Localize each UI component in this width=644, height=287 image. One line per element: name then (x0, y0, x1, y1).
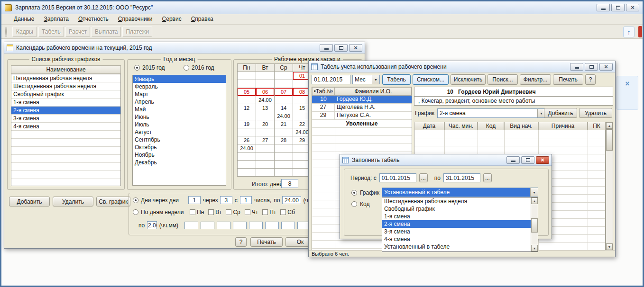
scrollbar-thumb[interactable] (606, 129, 613, 151)
month-item[interactable]: Октябрь (133, 144, 226, 151)
month-item[interactable]: Март (133, 90, 226, 98)
delete-record-button[interactable]: Удалить (579, 108, 612, 118)
radio-weekday-pattern[interactable] (133, 209, 138, 215)
menu-item-servis[interactable]: Сервис (157, 14, 186, 24)
hours-cell[interactable] (238, 80, 256, 88)
employee-number-header[interactable]: •Таб.№ (312, 87, 335, 96)
hours-cell[interactable] (256, 144, 275, 152)
minimize-button[interactable] (320, 44, 333, 52)
schedule-item[interactable]: Пятидневная рабочая неделя (11, 74, 120, 82)
dropdown-item[interactable]: Шестидневная рабочая неделя (382, 197, 531, 205)
year-2015-option[interactable]: 2015 год (134, 64, 165, 71)
radio-year-2016[interactable] (184, 65, 189, 71)
schedule-item[interactable]: 4-я смена (11, 123, 120, 131)
toolbar-button-vyplata[interactable]: Выплата (92, 27, 121, 37)
schedule-item[interactable]: 3-я смена (11, 115, 120, 123)
print-button[interactable]: Печать (553, 74, 583, 85)
employee-name-header[interactable]: Фамилия И.О. (335, 87, 412, 96)
scroll-up-icon[interactable] (606, 122, 613, 129)
period-from-picker-button[interactable]: ... (419, 173, 428, 182)
maximize-button[interactable] (521, 156, 534, 164)
checkbox-mon[interactable] (190, 209, 195, 215)
scroll-up-button[interactable] (623, 27, 635, 37)
col-pk[interactable]: ПК (588, 122, 606, 130)
hours-per-shift-field[interactable]: 24.00 (282, 196, 301, 204)
free-schedule-button[interactable]: Св. график (96, 197, 130, 206)
date-cell-holiday[interactable]: 07 (275, 88, 293, 96)
hours-cell[interactable] (256, 112, 275, 120)
date-cell[interactable] (275, 72, 293, 80)
maximize-button[interactable] (585, 63, 598, 71)
period-from-field[interactable]: 01.01.2015 (379, 173, 416, 182)
hours-cell[interactable] (238, 128, 256, 136)
month-item[interactable]: Апрель (133, 98, 226, 106)
close-button[interactable] (599, 63, 613, 71)
dropdown-item[interactable]: 1-я смена (382, 213, 531, 220)
minimize-button[interactable] (506, 156, 520, 164)
toolbar-button-raschet[interactable]: Расчет (65, 27, 90, 37)
help-button[interactable]: ? (585, 74, 596, 85)
checkbox-thu[interactable] (245, 209, 250, 215)
day-hours-field[interactable] (201, 222, 214, 229)
day-hours-field[interactable] (184, 222, 198, 229)
menu-item-otchetnost[interactable]: Отчетность (74, 14, 113, 24)
chevron-down-icon[interactable] (372, 75, 379, 84)
tabel-button[interactable]: Табель (382, 74, 411, 85)
schedule-item[interactable]: Шестидневная рабочая неделя (11, 82, 120, 90)
hours-cell[interactable]: 24.00 (238, 144, 256, 152)
col-hours[interactable]: Час. мин. (444, 122, 478, 130)
dropdown-item-selected[interactable]: 2-я смена (382, 220, 531, 228)
period-combobox[interactable]: Мес (352, 75, 380, 84)
month-item[interactable]: Август (133, 128, 226, 136)
col-code[interactable]: Код (478, 122, 504, 130)
date-cell[interactable]: 14 (275, 104, 293, 112)
month-item[interactable]: Июль (133, 121, 226, 128)
date-cell[interactable] (238, 72, 256, 80)
date-cell[interactable]: 28 (275, 136, 293, 144)
checkbox-fri[interactable] (262, 209, 268, 215)
month-item-selected[interactable]: Январь (133, 75, 226, 83)
dropdown-item[interactable]: 4-я смена (382, 235, 531, 243)
hours-cell[interactable] (275, 80, 293, 88)
days-off-field[interactable]: 3 (220, 196, 232, 204)
add-record-button[interactable]: Добавить (544, 108, 577, 118)
schedule-item[interactable]: Свободный график (11, 90, 120, 99)
date-cell-holiday[interactable]: 05 (238, 88, 256, 96)
employee-row[interactable]: 29 Петухов С.А. (312, 112, 412, 120)
maximize-button[interactable] (334, 44, 348, 52)
radio-days-pattern[interactable] (133, 197, 138, 203)
employee-row-selected[interactable]: 10 Гордеев Ю.Д. (312, 96, 412, 104)
schedule-fill-combobox[interactable]: Установленный в табеле (382, 188, 538, 197)
scrollbar-thumb[interactable] (531, 218, 538, 233)
hours-cell[interactable] (256, 128, 275, 136)
period-to-picker-button[interactable]: ... (483, 173, 492, 182)
minimize-button[interactable] (570, 63, 583, 71)
delete-schedule-button[interactable]: Удалить (53, 197, 93, 206)
date-cell[interactable] (256, 72, 275, 80)
day-hours-field[interactable] (233, 222, 247, 229)
day-hours-field[interactable] (265, 222, 279, 229)
minimize-button[interactable] (597, 4, 610, 11)
month-item[interactable]: Сентябрь (133, 136, 226, 144)
hours-cell[interactable] (238, 112, 256, 120)
day-hours-field[interactable] (249, 222, 263, 229)
radio-by-schedule[interactable] (351, 190, 357, 196)
exclude-button[interactable]: Исключить (451, 74, 486, 85)
radio-year-2015[interactable] (134, 65, 140, 71)
filter-button[interactable]: Фильтр... (520, 74, 551, 85)
menu-item-spravochniki[interactable]: Справочники (113, 14, 157, 24)
list-mode-button[interactable]: Списком... (413, 74, 449, 85)
month-item[interactable]: Декабрь (133, 159, 226, 166)
month-item[interactable]: Май (133, 106, 226, 113)
menu-item-dannye[interactable]: Данные (9, 14, 39, 24)
toolbar-button-tabel[interactable]: Табель (38, 27, 64, 37)
checkbox-tue[interactable] (208, 209, 214, 215)
schedule-combobox[interactable]: 2-я смена (437, 108, 545, 118)
hours-cell[interactable] (275, 96, 293, 104)
month-item[interactable]: Июнь (133, 113, 226, 121)
start-day-field[interactable]: 1 (240, 196, 252, 204)
date-cell[interactable]: 21 (275, 120, 293, 128)
period-to-field[interactable]: 31.01.2015 (443, 173, 480, 182)
day-hours-field[interactable] (281, 222, 295, 229)
date-cell[interactable]: 13 (256, 104, 275, 112)
